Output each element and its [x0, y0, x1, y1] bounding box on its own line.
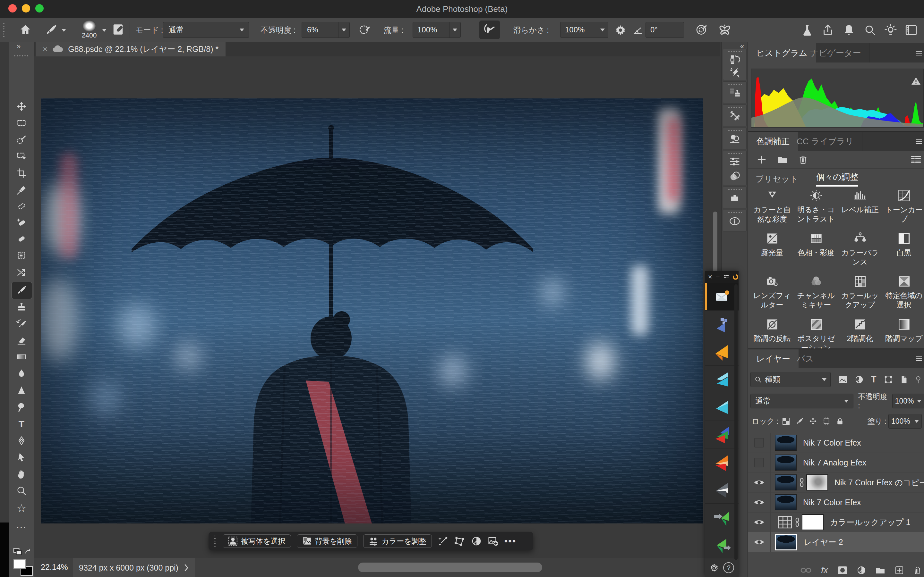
tools-grip[interactable] [13, 55, 29, 57]
layer-thumbnail[interactable] [775, 455, 796, 471]
subtab-individual[interactable]: 個々の調整 [816, 171, 858, 187]
document-image[interactable] [41, 98, 703, 524]
adjust-color-button[interactable]: カラーを調整 [363, 534, 432, 548]
layer-fill-input[interactable]: 100% [888, 414, 922, 429]
task-bar-grip[interactable] [214, 535, 217, 548]
crop-tool-icon[interactable] [16, 168, 27, 179]
color-mixer-panel-icon[interactable] [729, 134, 740, 145]
flow-input[interactable]: 100% [413, 22, 461, 38]
history-panel-icon[interactable] [729, 54, 740, 65]
zoom-tool-icon[interactable] [16, 485, 27, 496]
custom-shape-star-icon[interactable]: ☆ [16, 503, 27, 514]
opacity-input[interactable]: 6% [302, 22, 350, 38]
layer-row[interactable]: Nik 7 Color Efex [748, 492, 924, 513]
layer-style-fx-icon[interactable]: fx [821, 565, 828, 575]
toggle-brush-panel-icon[interactable] [111, 23, 124, 36]
airbrush-toggle[interactable] [479, 21, 500, 39]
remove-tool-icon[interactable] [16, 201, 27, 211]
nik-silver-efex-item[interactable] [705, 476, 738, 504]
adjustment-half-circle-icon[interactable] [471, 536, 482, 546]
panel-grip[interactable] [728, 129, 742, 132]
adjustment-gradient-map[interactable]: 階調マップ [882, 318, 924, 343]
new-layer-icon[interactable] [895, 566, 904, 575]
adjustment-curves[interactable]: トーンカーブ [882, 189, 924, 224]
adjustment-posterize[interactable]: ポスタリゼーション [794, 318, 838, 353]
adjustment-hue-saturation[interactable]: 色相・彩度 [794, 232, 838, 258]
adjustment-invert[interactable]: 階調の反転 [750, 318, 794, 343]
sharpen-tool-icon[interactable] [16, 385, 27, 396]
brush-size-chevron-icon[interactable] [102, 29, 107, 32]
menu-icon[interactable] [724, 274, 729, 280]
eraser-tool-icon[interactable] [16, 335, 27, 346]
nik-hdr-efex-item[interactable] [705, 503, 738, 531]
warning-icon[interactable] [911, 77, 921, 85]
panel-menu-icon[interactable] [915, 355, 923, 363]
lock-artboard-icon[interactable] [822, 417, 830, 425]
subtab-presets[interactable]: プリセット [756, 173, 798, 185]
adjustment-color-lookup[interactable]: カラールックアップ [838, 275, 882, 309]
generate-wand-icon[interactable] [438, 536, 449, 546]
workspace-switcher-icon[interactable] [905, 24, 918, 37]
nik-scrollbar[interactable] [734, 284, 738, 560]
filter-shape-layers-icon[interactable] [884, 376, 893, 384]
smoothing-input[interactable]: 100% [560, 22, 608, 38]
info-panel-icon[interactable] [729, 216, 740, 227]
brush-tool-preset-icon[interactable] [45, 24, 57, 36]
new-adjustment-layer-icon[interactable] [857, 566, 866, 575]
tab-cc-libraries[interactable]: CC ライブラリ [788, 132, 863, 151]
layer-row-selected[interactable]: レイヤー 2 [748, 532, 924, 552]
tab-navigator[interactable]: ナビゲーター [802, 43, 869, 63]
filter-smart-objects-icon[interactable] [900, 376, 908, 384]
beta-feedback-flask-icon[interactable] [801, 24, 814, 37]
layer-thumbnail[interactable] [775, 494, 796, 510]
hand-tool-icon[interactable] [16, 469, 27, 480]
more-options-icon[interactable]: ••• [504, 536, 517, 546]
tab-paths[interactable]: パス [788, 350, 822, 368]
visibility-toggle[interactable] [748, 472, 771, 492]
canvas-area[interactable]: 被写体を選択 背景を削除 カラーを調整 ••• [34, 56, 720, 558]
visibility-toggle[interactable] [748, 433, 771, 453]
settings-gear-icon[interactable] [709, 563, 719, 572]
notifications-bell-icon[interactable] [843, 24, 855, 37]
properties-panel-icon[interactable] [729, 156, 740, 167]
close-icon[interactable]: × [708, 273, 712, 281]
trash-icon[interactable] [798, 155, 808, 164]
object-selection-tool-icon[interactable] [16, 151, 27, 162]
visibility-toggle[interactable] [748, 512, 771, 532]
visibility-toggle[interactable] [748, 492, 771, 512]
zoom-level[interactable]: 22.14% [41, 562, 68, 572]
discover-lightbulb-icon[interactable] [884, 24, 897, 37]
lock-transparency-icon[interactable] [782, 417, 790, 425]
swap-colors-icon[interactable] [13, 548, 31, 557]
layer-row[interactable]: Nik 7 Color Efex のコピー [748, 472, 924, 493]
home-icon[interactable] [19, 24, 31, 36]
type-tool-icon[interactable]: T [16, 419, 27, 430]
layer-blend-mode-select[interactable]: 通常 [750, 394, 853, 408]
nik-viveza-item[interactable] [705, 338, 738, 366]
chevron-down-icon[interactable] [449, 22, 460, 37]
pressure-size-icon[interactable] [696, 24, 708, 36]
adjustment-photo-filter[interactable]: レンズフィルター [750, 275, 794, 309]
transform-icon[interactable] [454, 536, 465, 546]
add-adjustment-icon[interactable] [757, 155, 766, 164]
select-subject-button[interactable]: 被写体を選択 [223, 534, 291, 548]
brush-preset-chevron-icon[interactable] [61, 29, 66, 32]
actions-panel-icon[interactable] [729, 67, 740, 78]
close-tab-icon[interactable]: × [43, 44, 47, 54]
lock-paint-icon[interactable] [796, 417, 803, 425]
history-brush-tool-icon[interactable] [16, 318, 27, 329]
selection-brush-tool-icon[interactable] [16, 134, 27, 145]
layer-mask-thumbnail[interactable] [806, 474, 828, 490]
search-icon[interactable] [864, 24, 877, 37]
eyedropper-tool-icon[interactable] [16, 185, 27, 195]
panel-grip[interactable] [728, 211, 742, 214]
clone-source-panel-icon[interactable] [729, 87, 740, 98]
smoothing-gear-icon[interactable] [615, 24, 626, 36]
spot-healing-tool-icon[interactable] [16, 217, 27, 228]
layer-filter-select[interactable]: 種類 [750, 372, 830, 387]
nik-dfine-item[interactable] [705, 310, 738, 338]
layer-thumbnail[interactable] [775, 435, 796, 451]
nik-analog-efex-item[interactable] [705, 448, 738, 476]
brush-angle-input[interactable]: 0° [646, 22, 684, 38]
add-mask-icon[interactable] [838, 566, 847, 574]
